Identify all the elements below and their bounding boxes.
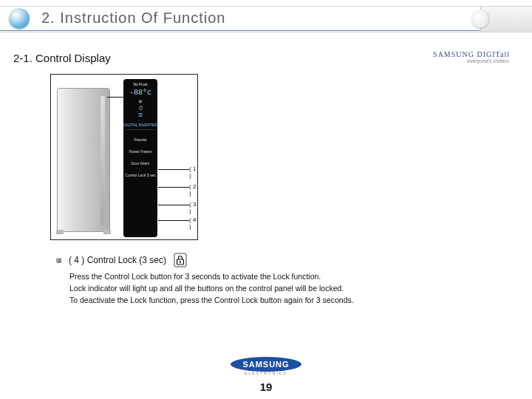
panel-indicator-icons: ❄⏱☰ [123,98,157,118]
title-endcap [480,7,532,32]
body-line-1: Press the Control Lock button for 3 seco… [69,270,502,282]
panel-button-3: Door Alarm [123,161,157,166]
svg-rect-3 [180,262,181,264]
brand-line2: everyone's invited. [433,58,510,64]
panel-divider [126,129,155,130]
section-body: Press the Control Lock button for 3 seco… [69,270,502,306]
function-description: ( 4 ) Control Lock (3 sec) Press the Con… [56,253,502,306]
callout-4: ( 4 ) [189,216,197,230]
section-heading: 2-1. Control Display [13,52,111,64]
callout-3: ( 3 ) [189,201,197,214]
panel-temperature: -88°c [123,89,157,97]
refrigerator-illustration [57,88,110,232]
section-title: ( 4 ) Control Lock (3 sec) [69,255,166,265]
leader-line [158,169,189,170]
page-number: 19 [0,381,532,393]
body-line-3: To deactivate the Lock function, press t… [69,294,502,306]
panel-brand: DIGITAL INVERTER [123,123,157,127]
body-line-2: Lock indicator will light up and all the… [69,282,502,294]
lock-icon [174,253,187,267]
title-bar: 2. Instruction Of Function [0,6,532,31]
leader-line [158,205,189,205]
brand-line1: SAMSUNG DIGITall [433,50,510,58]
leader-line [158,220,189,221]
panel-button-4: Control Lock 3 sec [123,173,157,177]
page-title: 2. Instruction Of Function [41,10,225,27]
footer-logo: SAMSUNG ELECTRONICS [0,356,532,378]
brand-tagline: SAMSUNG DIGITall everyone's invited. [433,50,510,64]
panel-button-1: Freezer [123,137,157,142]
square-bullet-icon [56,258,61,263]
panel-header: No Frost [123,82,157,86]
callout-1: ( 1 ) [189,166,197,179]
footer-logo-text: SAMSUNG [242,360,289,369]
control-panel-illustration: No Frost -88°c ❄⏱☰ DIGITAL INVERTER Free… [123,79,157,237]
panel-button-2: Power Freeze [123,149,157,154]
sphere-bullet-icon [9,8,30,29]
leader-line [158,187,189,188]
callout-2: ( 2 ) [189,183,197,197]
section-title-row: ( 4 ) Control Lock (3 sec) [56,253,502,267]
footer-logo-sub: ELECTRONICS [245,371,287,375]
control-display-diagram: No Frost -88°c ❄⏱☰ DIGITAL INVERTER Free… [50,74,198,240]
